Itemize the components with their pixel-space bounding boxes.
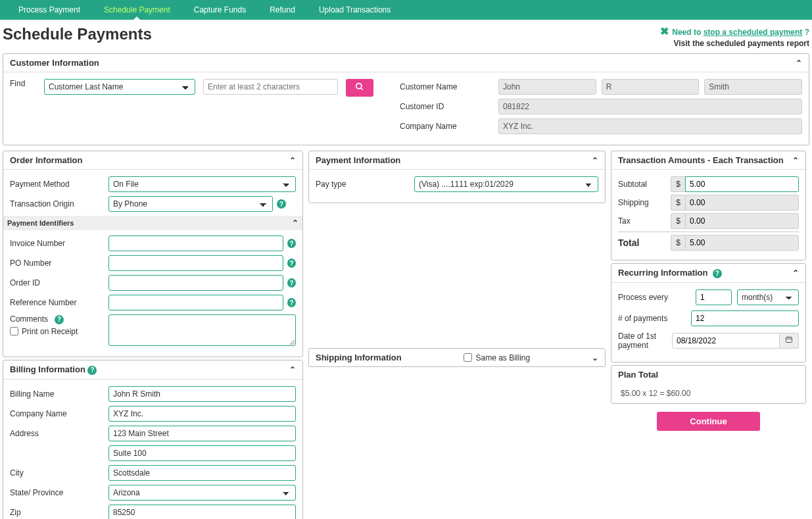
process-every-input[interactable]: [696, 289, 732, 305]
help-icon[interactable]: ?: [287, 278, 296, 287]
expand-shipping-icon[interactable]: ⌄: [592, 353, 598, 362]
customer-id: [498, 99, 802, 114]
po-number-input[interactable]: [108, 255, 283, 271]
currency-label: $: [671, 213, 685, 229]
customer-first-name: [498, 79, 596, 95]
num-payments-input[interactable]: [691, 310, 799, 326]
print-on-receipt-checkbox[interactable]: [10, 327, 18, 335]
billing-city-input[interactable]: [108, 465, 296, 481]
pay-type-select[interactable]: (Visa) ....1111 exp:01/2029: [414, 176, 598, 192]
billing-company-input[interactable]: [108, 406, 296, 422]
billing-zip-input[interactable]: [108, 505, 296, 520]
calendar-button[interactable]: [780, 333, 799, 349]
reference-number-label: Reference Number: [10, 298, 108, 307]
payment-info-panel: Payment Information ⌃ Pay type (Visa) ..…: [308, 151, 606, 203]
top-nav: Process Payment Schedule Payment Capture…: [0, 0, 812, 20]
help-icon[interactable]: ?: [287, 239, 296, 248]
nav-upload-transactions[interactable]: Upload Transactions: [307, 1, 402, 19]
total-input: [685, 235, 799, 251]
find-label: Find: [10, 79, 36, 88]
help-icon[interactable]: ?: [55, 315, 64, 324]
nav-schedule-payment[interactable]: Schedule Payment: [92, 1, 182, 19]
same-as-billing-checkbox[interactable]: [464, 353, 472, 362]
reference-number-input[interactable]: [108, 295, 283, 310]
help-icon[interactable]: ?: [277, 199, 286, 209]
plan-total-panel: Plan Total $5.00 x 12 = $60.00: [611, 365, 806, 404]
close-icon[interactable]: ✖: [660, 26, 669, 37]
nav-process-payment[interactable]: Process Payment: [7, 1, 92, 19]
invoice-number-input[interactable]: [108, 235, 283, 251]
num-payments-label: # of payments: [618, 314, 686, 323]
currency-label: $: [671, 235, 685, 251]
shipping-info-title: Shipping Information: [316, 353, 402, 362]
billing-name-label: Billing Name: [10, 389, 108, 399]
search-button[interactable]: [346, 79, 373, 97]
payment-identifiers-title: Payment Identifiers: [7, 219, 74, 227]
find-by-select[interactable]: Customer Last Name: [44, 79, 195, 95]
need-to-label: Need to: [672, 28, 701, 37]
payment-method-label: Payment Method: [10, 180, 108, 189]
tax-label: Tax: [618, 216, 671, 226]
collapse-identifiers-icon[interactable]: ⌃: [292, 218, 299, 228]
svg-rect-2: [786, 337, 792, 343]
transaction-origin-select[interactable]: By Phone: [108, 196, 273, 212]
svg-point-0: [356, 84, 362, 89]
header-right: ✖ Need to stop a scheduled payment ? Vis…: [660, 25, 809, 48]
tax-input: [685, 213, 799, 229]
transaction-origin-label: Transaction Origin: [10, 199, 108, 209]
first-date-input[interactable]: [672, 333, 780, 349]
billing-info-title: Billing Information: [10, 364, 85, 374]
transaction-amounts-panel: Transaction Amounts - Each Transaction ⌃…: [611, 151, 806, 260]
comments-label: Comments: [10, 314, 48, 324]
collapse-order-icon[interactable]: ⌃: [289, 156, 296, 165]
find-input[interactable]: [203, 79, 338, 95]
billing-info-panel: Billing Information ? ⌃ Billing Name Com…: [3, 360, 303, 519]
same-as-billing-label: Same as Billing: [476, 353, 531, 362]
order-id-input[interactable]: [108, 275, 283, 291]
payment-method-select[interactable]: On File: [108, 176, 296, 192]
print-on-receipt-label: Print on Receipt: [22, 327, 78, 336]
comments-textarea[interactable]: [108, 314, 296, 346]
collapse-billing-icon[interactable]: ⌃: [289, 365, 296, 374]
nav-refund[interactable]: Refund: [258, 1, 307, 19]
pay-type-label: Pay type: [316, 180, 414, 189]
page-header: Schedule Payments ✖ Need to stop a sched…: [0, 20, 812, 51]
continue-button[interactable]: Continue: [657, 412, 759, 431]
order-info-panel: Order Information ⌃ Payment Method On Fi…: [3, 151, 303, 357]
help-icon[interactable]: ?: [87, 366, 97, 375]
stop-scheduled-link[interactable]: stop a scheduled payment: [704, 28, 803, 37]
process-every-unit-select[interactable]: month(s): [737, 289, 799, 305]
billing-state-label: State/ Province: [10, 488, 108, 497]
plan-total-text: $5.00 x 12 = $60.00: [611, 383, 805, 403]
subtotal-input[interactable]: [685, 176, 799, 192]
help-icon[interactable]: ?: [287, 259, 296, 268]
invoice-number-label: Invoice Number: [10, 239, 108, 248]
recurring-info-panel: Recurring Information ? ⌃ Process every …: [611, 263, 806, 362]
customer-middle-name: [602, 79, 700, 95]
subtotal-label: Subtotal: [618, 180, 671, 189]
svg-line-1: [361, 88, 363, 90]
billing-city-label: City: [10, 468, 108, 478]
help-icon[interactable]: ?: [713, 269, 722, 278]
process-every-label: Process every: [618, 293, 690, 302]
collapse-amounts-icon[interactable]: ⌃: [792, 156, 799, 165]
order-id-label: Order ID: [10, 278, 108, 287]
billing-address1-input[interactable]: [108, 426, 296, 441]
help-icon[interactable]: ?: [287, 298, 296, 307]
collapse-customer-icon[interactable]: ⌃: [796, 59, 802, 68]
billing-name-input[interactable]: [108, 386, 296, 402]
company-name: [498, 118, 802, 134]
page-title: Schedule Payments: [3, 25, 152, 43]
customer-name-label: Customer Name: [400, 82, 498, 91]
customer-last-name: [704, 79, 802, 95]
billing-address2-input[interactable]: [108, 445, 296, 461]
collapse-payment-icon[interactable]: ⌃: [592, 156, 598, 165]
po-number-label: PO Number: [10, 259, 108, 268]
billing-state-select[interactable]: Arizona: [108, 485, 296, 501]
customer-info-title: Customer Information: [10, 58, 99, 68]
billing-company-label: Company Name: [10, 409, 108, 418]
collapse-recurring-icon[interactable]: ⌃: [792, 268, 799, 278]
nav-capture-funds[interactable]: Capture Funds: [182, 1, 258, 19]
search-icon: [355, 84, 364, 93]
plan-total-title: Plan Total: [618, 370, 658, 380]
